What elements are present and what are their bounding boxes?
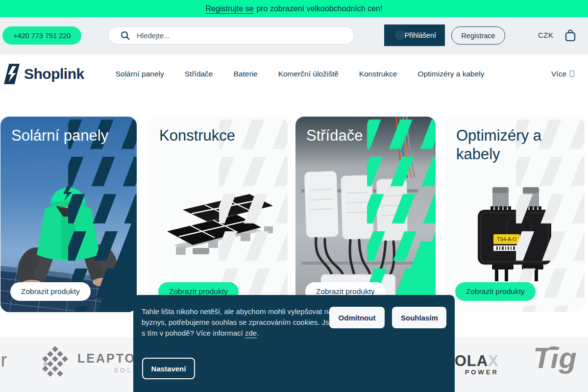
main-nav: Shoplink Solární panely Střídače Baterie…: [0, 54, 588, 93]
nav-item-baterie[interactable]: Baterie: [234, 70, 258, 78]
nav-more[interactable]: Více: [551, 70, 574, 78]
more-glyph-icon: [570, 71, 574, 77]
category-card-solarni-panely[interactable]: Solární panely Zobrazit produkty: [0, 117, 137, 312]
cookie-settings-button[interactable]: Nastavení: [142, 358, 195, 379]
cookie-consent-dialog: Tahle lišta nikoho netěší, ale abychom m…: [133, 295, 455, 392]
card-title: Střídače: [306, 126, 404, 145]
tigo-logo: Tig: [533, 341, 577, 375]
cookie-message-period: .: [257, 329, 259, 337]
currency-selector[interactable]: CZK: [538, 31, 554, 39]
phone-button[interactable]: +420 773 751 220: [2, 26, 81, 45]
card-title: Solární panely: [11, 126, 109, 145]
category-card-konstrukce[interactable]: Konstrukce Zobrazit produkty: [148, 117, 288, 312]
register-button[interactable]: Registrace: [451, 26, 505, 45]
nav-item-komercni-uloziste[interactable]: Komerční úložiště: [278, 70, 339, 78]
show-products-button-solarni-panely[interactable]: Zobrazit produkty: [10, 282, 91, 301]
nav-item-optimizery-a-kabely[interactable]: Optimizéry a kabely: [417, 70, 484, 78]
header: +420 773 751 220 Přihlášení Registrace C…: [0, 17, 588, 54]
cookie-more-info-link[interactable]: zde: [245, 329, 257, 337]
brand-logo[interactable]: Shoplink: [4, 63, 84, 85]
device-label: TS4-A-O: [497, 237, 516, 242]
category-card-optimizery-a-kabely[interactable]: TS4-A-O Optimizéry a kabely Zobrazit pro…: [445, 117, 585, 312]
category-card-stridace[interactable]: Střídače Zobrazit produkty: [295, 117, 436, 312]
cart-button[interactable]: [563, 28, 578, 43]
nav-more-label: Více: [551, 70, 566, 78]
cookie-decline-button[interactable]: Odmítnout: [329, 307, 385, 328]
nav-item-konstrukce[interactable]: Konstrukce: [359, 70, 397, 78]
partial-brand-logo: ır: [0, 350, 7, 371]
brand-name: Shoplink: [24, 66, 84, 82]
logo-bolt-icon: [4, 63, 20, 85]
announcement-register-link[interactable]: Registrujte se: [206, 4, 254, 13]
search-input[interactable]: [136, 31, 347, 40]
nav-item-solarni-panely[interactable]: Solární panely: [116, 70, 164, 78]
announcement-text: pro zobrazení velkoobchodních cen!: [256, 4, 382, 13]
card-title: Optimizéry a kabely: [456, 126, 554, 164]
nav-items: Solární panely Střídače Baterie Komerční…: [116, 70, 485, 78]
search-icon: [121, 31, 130, 40]
solax-x: X: [488, 352, 499, 369]
cookie-message: Tahle lišta nikoho netěší, ale abychom m…: [142, 306, 340, 339]
card-title: Konstrukce: [159, 126, 257, 145]
login-label: Přihlášení: [405, 31, 436, 39]
cookie-message-text: Tahle lišta nikoho netěší, ale abychom m…: [142, 307, 336, 337]
tigo-leaf-base: [548, 350, 559, 354]
nav-item-stridace[interactable]: Střídače: [185, 70, 213, 78]
cookie-accept-button[interactable]: Souhlasím: [392, 307, 446, 328]
login-button[interactable]: Přihlášení: [384, 24, 445, 46]
announcement-bar: Registrujte se pro zobrazení velkoobchod…: [0, 0, 588, 17]
search-field[interactable]: [108, 26, 354, 45]
cart-bag-icon: [564, 28, 577, 42]
user-icon: [395, 30, 405, 40]
show-products-button-optimizery[interactable]: Zobrazit produkty: [455, 282, 536, 301]
leapton-diamonds-icon: [40, 346, 71, 379]
